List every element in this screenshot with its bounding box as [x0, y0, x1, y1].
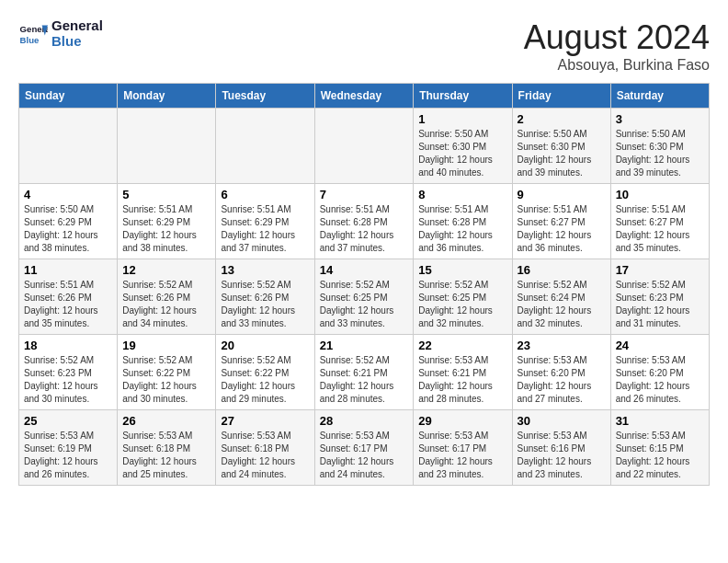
calendar-table: SundayMondayTuesdayWednesdayThursdayFrid…: [18, 83, 710, 486]
calendar-cell: 16Sunrise: 5:52 AM Sunset: 6:24 PM Dayli…: [512, 259, 610, 335]
calendar-cell: 19Sunrise: 5:52 AM Sunset: 6:22 PM Dayli…: [118, 335, 216, 410]
day-info: Sunrise: 5:50 AM Sunset: 6:30 PM Dayligh…: [518, 128, 606, 179]
page-subtitle: Absouya, Burkina Faso: [524, 57, 710, 74]
day-info: Sunrise: 5:53 AM Sunset: 6:17 PM Dayligh…: [418, 430, 506, 481]
day-info: Sunrise: 5:51 AM Sunset: 6:28 PM Dayligh…: [320, 203, 409, 255]
day-number: 18: [24, 339, 112, 352]
calendar-cell: 5Sunrise: 5:51 AM Sunset: 6:29 PM Daylig…: [118, 184, 216, 259]
header-day-thursday: Thursday: [414, 84, 512, 109]
header-day-saturday: Saturday: [610, 84, 709, 109]
day-number: 1: [418, 112, 506, 126]
header-day-friday: Friday: [512, 84, 610, 109]
calendar-cell: 22Sunrise: 5:53 AM Sunset: 6:21 PM Dayli…: [414, 335, 512, 410]
day-info: Sunrise: 5:53 AM Sunset: 6:16 PM Dayligh…: [518, 430, 606, 481]
calendar-cell: [19, 109, 118, 184]
day-info: Sunrise: 5:53 AM Sunset: 6:19 PM Dayligh…: [24, 430, 112, 481]
calendar-cell: 17Sunrise: 5:52 AM Sunset: 6:23 PM Dayli…: [610, 259, 709, 335]
calendar-cell: 21Sunrise: 5:52 AM Sunset: 6:21 PM Dayli…: [314, 335, 414, 410]
week-row-3: 11Sunrise: 5:51 AM Sunset: 6:26 PM Dayli…: [19, 259, 710, 335]
page-title: August 2024: [524, 18, 710, 57]
calendar-cell: 14Sunrise: 5:52 AM Sunset: 6:25 PM Dayli…: [314, 259, 414, 335]
day-number: 30: [518, 414, 606, 428]
calendar-cell: 9Sunrise: 5:51 AM Sunset: 6:27 PM Daylig…: [512, 184, 610, 259]
day-number: 14: [320, 263, 409, 277]
calendar-cell: 11Sunrise: 5:51 AM Sunset: 6:26 PM Dayli…: [19, 259, 118, 335]
day-info: Sunrise: 5:51 AM Sunset: 6:28 PM Dayligh…: [418, 203, 506, 255]
calendar-cell: 7Sunrise: 5:51 AM Sunset: 6:28 PM Daylig…: [314, 184, 414, 259]
day-number: 25: [24, 414, 112, 428]
day-number: 7: [320, 188, 409, 201]
header-day-tuesday: Tuesday: [216, 84, 314, 109]
logo: General Blue General Blue: [18, 18, 103, 49]
day-number: 21: [320, 339, 409, 352]
day-info: Sunrise: 5:51 AM Sunset: 6:29 PM Dayligh…: [221, 203, 309, 255]
logo-line1: General: [51, 18, 103, 34]
day-number: 13: [221, 263, 309, 277]
day-info: Sunrise: 5:52 AM Sunset: 6:21 PM Dayligh…: [320, 354, 409, 406]
header-row: SundayMondayTuesdayWednesdayThursdayFrid…: [19, 84, 710, 109]
day-number: 10: [616, 188, 704, 201]
calendar-cell: 1Sunrise: 5:50 AM Sunset: 6:30 PM Daylig…: [414, 109, 512, 184]
day-number: 4: [24, 188, 112, 201]
day-number: 27: [221, 414, 309, 428]
day-info: Sunrise: 5:52 AM Sunset: 6:25 PM Dayligh…: [320, 279, 409, 330]
calendar-cell: 26Sunrise: 5:53 AM Sunset: 6:18 PM Dayli…: [118, 410, 216, 486]
day-info: Sunrise: 5:53 AM Sunset: 6:18 PM Dayligh…: [221, 430, 309, 481]
day-info: Sunrise: 5:50 AM Sunset: 6:30 PM Dayligh…: [616, 128, 704, 179]
calendar-cell: 25Sunrise: 5:53 AM Sunset: 6:19 PM Dayli…: [19, 410, 118, 486]
day-number: 12: [122, 263, 210, 277]
day-number: 17: [616, 263, 704, 277]
calendar-cell: 24Sunrise: 5:53 AM Sunset: 6:20 PM Dayli…: [610, 335, 709, 410]
day-number: 8: [418, 188, 506, 201]
day-info: Sunrise: 5:51 AM Sunset: 6:27 PM Dayligh…: [616, 203, 704, 255]
calendar-cell: 3Sunrise: 5:50 AM Sunset: 6:30 PM Daylig…: [610, 109, 709, 184]
logo-icon: General Blue: [18, 19, 48, 49]
day-info: Sunrise: 5:53 AM Sunset: 6:20 PM Dayligh…: [616, 354, 704, 406]
day-number: 31: [616, 414, 704, 428]
calendar-cell: 29Sunrise: 5:53 AM Sunset: 6:17 PM Dayli…: [414, 410, 512, 486]
week-row-2: 4Sunrise: 5:50 AM Sunset: 6:29 PM Daylig…: [19, 184, 710, 259]
day-number: 3: [616, 112, 704, 126]
day-info: Sunrise: 5:53 AM Sunset: 6:15 PM Dayligh…: [616, 430, 704, 481]
calendar-cell: 20Sunrise: 5:52 AM Sunset: 6:22 PM Dayli…: [216, 335, 314, 410]
calendar-cell: 12Sunrise: 5:52 AM Sunset: 6:26 PM Dayli…: [118, 259, 216, 335]
day-number: 24: [616, 339, 704, 352]
day-number: 2: [518, 112, 606, 126]
day-number: 5: [122, 188, 210, 201]
calendar-cell: 4Sunrise: 5:50 AM Sunset: 6:29 PM Daylig…: [19, 184, 118, 259]
day-info: Sunrise: 5:53 AM Sunset: 6:17 PM Dayligh…: [320, 430, 409, 481]
day-number: 9: [518, 188, 606, 201]
day-number: 28: [320, 414, 409, 428]
calendar-cell: 10Sunrise: 5:51 AM Sunset: 6:27 PM Dayli…: [610, 184, 709, 259]
day-info: Sunrise: 5:50 AM Sunset: 6:30 PM Dayligh…: [418, 128, 506, 179]
day-number: 11: [24, 263, 112, 277]
day-number: 22: [418, 339, 506, 352]
day-number: 26: [122, 414, 210, 428]
day-number: 20: [221, 339, 309, 352]
day-info: Sunrise: 5:53 AM Sunset: 6:18 PM Dayligh…: [122, 430, 210, 481]
day-number: 16: [518, 263, 606, 277]
calendar-cell: [216, 109, 314, 184]
calendar-cell: [314, 109, 414, 184]
header-day-wednesday: Wednesday: [314, 84, 414, 109]
day-info: Sunrise: 5:51 AM Sunset: 6:27 PM Dayligh…: [518, 203, 606, 255]
calendar-cell: 27Sunrise: 5:53 AM Sunset: 6:18 PM Dayli…: [216, 410, 314, 486]
calendar-cell: 31Sunrise: 5:53 AM Sunset: 6:15 PM Dayli…: [610, 410, 709, 486]
day-info: Sunrise: 5:52 AM Sunset: 6:22 PM Dayligh…: [122, 354, 210, 406]
day-number: 6: [221, 188, 309, 201]
week-row-4: 18Sunrise: 5:52 AM Sunset: 6:23 PM Dayli…: [19, 335, 710, 410]
day-number: 23: [518, 339, 606, 352]
calendar-cell: 30Sunrise: 5:53 AM Sunset: 6:16 PM Dayli…: [512, 410, 610, 486]
day-info: Sunrise: 5:52 AM Sunset: 6:26 PM Dayligh…: [122, 279, 210, 330]
calendar-cell: 6Sunrise: 5:51 AM Sunset: 6:29 PM Daylig…: [216, 184, 314, 259]
day-info: Sunrise: 5:50 AM Sunset: 6:29 PM Dayligh…: [24, 203, 112, 255]
week-row-5: 25Sunrise: 5:53 AM Sunset: 6:19 PM Dayli…: [19, 410, 710, 486]
day-info: Sunrise: 5:51 AM Sunset: 6:29 PM Dayligh…: [122, 203, 210, 255]
header-day-monday: Monday: [118, 84, 216, 109]
day-info: Sunrise: 5:52 AM Sunset: 6:23 PM Dayligh…: [24, 354, 112, 406]
logo-line2: Blue: [51, 34, 103, 50]
day-number: 19: [122, 339, 210, 352]
day-info: Sunrise: 5:52 AM Sunset: 6:24 PM Dayligh…: [518, 279, 606, 330]
header-day-sunday: Sunday: [19, 84, 118, 109]
calendar-cell: 13Sunrise: 5:52 AM Sunset: 6:26 PM Dayli…: [216, 259, 314, 335]
